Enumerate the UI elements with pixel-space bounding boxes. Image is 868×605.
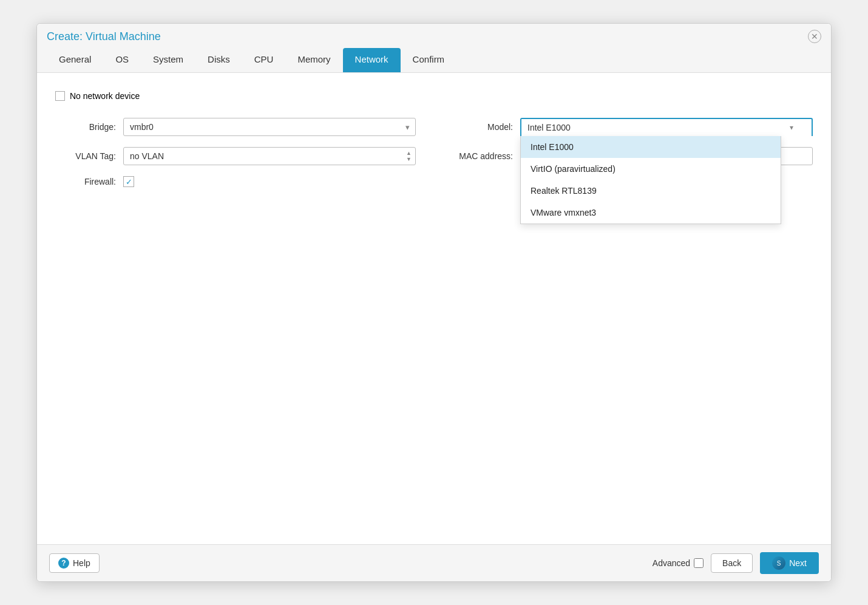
dialog-footer: ? Help Advanced Back S Next xyxy=(37,544,831,581)
no-network-row: No network device xyxy=(55,91,813,101)
back-button[interactable]: Back xyxy=(711,553,753,573)
back-label: Back xyxy=(722,558,741,568)
create-vm-dialog: Create: Virtual Machine ✕ GeneralOSSyste… xyxy=(36,23,832,582)
tab-bar: GeneralOSSystemDisksCPUMemoryNetworkConf… xyxy=(47,48,821,72)
advanced-text: Advanced xyxy=(653,558,690,568)
bridge-label: Bridge: xyxy=(55,122,116,132)
tab-cpu[interactable]: CPU xyxy=(242,48,286,72)
no-network-label: No network device xyxy=(70,91,140,101)
dropdown-item[interactable]: Intel E1000 xyxy=(521,136,781,158)
footer-right: Advanced Back S Next xyxy=(653,552,819,574)
tab-memory[interactable]: Memory xyxy=(285,48,342,72)
tab-os[interactable]: OS xyxy=(103,48,141,72)
help-icon: ? xyxy=(58,558,69,569)
next-button[interactable]: S Next xyxy=(760,552,819,574)
dialog-title: Create: Virtual Machine xyxy=(47,30,161,43)
dialog-header: Create: Virtual Machine ✕ GeneralOSSyste… xyxy=(37,24,831,73)
seebug-logo-icon: S xyxy=(772,556,785,570)
dropdown-item[interactable]: VMware vmxnet3 xyxy=(521,202,781,224)
advanced-checkbox[interactable] xyxy=(694,558,704,568)
vlan-row: VLAN Tag: no VLAN ▲ ▼ xyxy=(55,147,416,165)
model-select[interactable]: Intel E1000 ▾ xyxy=(520,118,813,136)
model-dropdown-container: Intel E1000 ▾ Intel E1000VirtIO (paravir… xyxy=(520,118,813,136)
next-label: Next xyxy=(789,558,807,568)
vlan-label: VLAN Tag: xyxy=(55,151,116,161)
tab-system[interactable]: System xyxy=(141,48,195,72)
footer-left: ? Help xyxy=(49,553,100,573)
tab-disks[interactable]: Disks xyxy=(195,48,242,72)
tab-general[interactable]: General xyxy=(47,48,103,72)
vlan-spinner-wrap: no VLAN ▲ ▼ xyxy=(123,147,416,165)
advanced-label: Advanced xyxy=(653,558,704,568)
spinner-down[interactable]: ▼ xyxy=(406,157,412,162)
tab-confirm[interactable]: Confirm xyxy=(401,48,457,72)
model-row: Model: Intel E1000 ▾ Intel E1000VirtIO (… xyxy=(452,118,813,136)
bridge-row: Bridge: vmbr0 xyxy=(55,118,416,136)
dropdown-item[interactable]: VirtIO (paravirtualized) xyxy=(521,158,781,180)
tab-network[interactable]: Network xyxy=(343,48,401,72)
model-label: Model: xyxy=(452,122,513,132)
vlan-value: no VLAN xyxy=(130,151,164,161)
model-chevron-icon: ▾ xyxy=(790,123,793,132)
bridge-select-wrap: vmbr0 xyxy=(123,118,416,136)
model-dropdown-list: Intel E1000VirtIO (paravirtualized)Realt… xyxy=(520,136,781,224)
help-button[interactable]: ? Help xyxy=(49,553,100,573)
model-value: Intel E1000 xyxy=(527,123,571,132)
dialog-body: No network device Bridge: vmbr0 VLAN Tag… xyxy=(37,73,831,544)
mac-label: MAC address: xyxy=(452,151,513,161)
vlan-spinner[interactable]: no VLAN ▲ ▼ xyxy=(123,147,416,165)
spinner-arrows: ▲ ▼ xyxy=(406,151,412,162)
firewall-label: Firewall: xyxy=(55,177,116,186)
firewall-checkbox[interactable]: ✓ xyxy=(123,176,134,187)
spinner-up[interactable]: ▲ xyxy=(406,151,412,156)
close-icon: ✕ xyxy=(811,32,818,41)
bridge-select[interactable]: vmbr0 xyxy=(123,118,416,136)
dropdown-item[interactable]: Realtek RTL8139 xyxy=(521,180,781,202)
no-network-checkbox[interactable] xyxy=(55,91,65,101)
firewall-row: Firewall: ✓ xyxy=(55,176,416,187)
close-button[interactable]: ✕ xyxy=(808,30,821,43)
help-label: Help xyxy=(73,558,90,568)
